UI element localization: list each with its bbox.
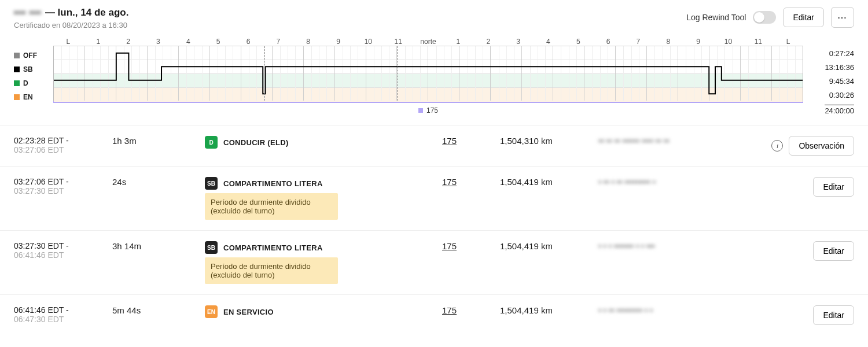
rewind-tool-label: Log Rewind Tool <box>686 13 746 22</box>
status-note: Período de durmiente dividido (excluido … <box>205 193 338 220</box>
more-icon: ⋯ <box>837 12 848 23</box>
hour-label: 1 <box>443 38 473 46</box>
chart-body: L1234567891011norte1234567891011L 175 <box>53 34 803 116</box>
location-masked: ▪ ▪ ▪▪ ▪▪▪▪▪▪▪▪▪ ▪ ▪ <box>598 305 749 315</box>
row-action-button[interactable]: Observación <box>789 136 854 156</box>
hour-label: 2 <box>113 38 144 46</box>
square-icon <box>14 94 20 100</box>
certified-text: Certificado en 08/20/2023 a 16:30 <box>14 21 128 29</box>
hour-label: norte <box>413 38 443 46</box>
time-range: 03:27:30 EDT -06:41:46 EDT <box>14 241 106 260</box>
status-note: Período de durmiente dividido (excluido … <box>205 257 338 284</box>
rewind-toggle[interactable] <box>753 11 776 24</box>
status-badge: EN <box>205 305 218 318</box>
total-d: 9:45:34 <box>829 77 854 87</box>
time-range: 02:23:28 EDT -03:27:06 EDT <box>14 136 106 154</box>
legend-d: D <box>14 78 49 88</box>
edit-button[interactable]: Editar <box>783 8 824 27</box>
status-badge: D <box>205 136 218 149</box>
hour-label: 6 <box>233 38 263 46</box>
hour-label: 9 <box>683 38 713 46</box>
status-col: SBCOMPARTIMENTO LITERAPeríodo de durmien… <box>205 177 436 220</box>
hour-label: L <box>53 38 83 46</box>
info-icon[interactable]: i <box>771 140 783 152</box>
vehicle-legend: 175 <box>53 103 803 116</box>
hour-label: 8 <box>293 38 323 46</box>
hour-label: 10 <box>353 38 383 46</box>
row-action-button[interactable]: Editar <box>813 177 854 197</box>
lane-legend: OFF SB D EN <box>14 34 49 116</box>
location-masked: ▪▪ ▪▪ ▪▪ ▪▪▪▪▪▪ ▪▪▪▪ ▪▪ ▪▪ <box>598 136 749 145</box>
status-label: COMPARTIMENTO LITERA <box>223 243 323 252</box>
page-header: ▪▪▪ ▪▪▪ — lun., 14 de ago. Certificado e… <box>0 0 868 34</box>
dash-marker <box>264 46 265 101</box>
hour-label: 2 <box>473 38 503 46</box>
vehicle-link[interactable]: 175 <box>442 241 494 251</box>
status-line <box>54 46 803 101</box>
event-row: 02:23:28 EDT -03:27:06 EDT1h 3mDCONDUCIR… <box>0 125 868 166</box>
odometer: 1,504,419 km <box>500 241 593 251</box>
hour-label: 11 <box>743 38 773 46</box>
hour-label: 6 <box>593 38 623 46</box>
duration: 1h 3m <box>112 136 199 146</box>
legend-en: EN <box>14 92 49 102</box>
square-icon <box>14 67 20 72</box>
status-label: EN SERVICIO <box>223 308 274 316</box>
row-actions: Editar <box>755 305 854 325</box>
event-row: 06:41:46 EDT -06:47:30 EDT5m 44sENEN SER… <box>0 294 868 335</box>
hour-label: 1 <box>83 38 113 46</box>
total-sb: 13:16:36 <box>825 63 854 73</box>
status-label: CONDUCIR (ELD) <box>223 138 289 147</box>
hour-label: 11 <box>383 38 413 46</box>
time-range: 06:41:46 EDT -06:47:30 EDT <box>14 305 106 324</box>
hour-label: 7 <box>263 38 293 46</box>
hour-label: 3 <box>503 38 534 46</box>
row-action-button[interactable]: Editar <box>813 241 854 261</box>
hour-label: 3 <box>144 38 174 46</box>
driver-name-masked: ▪▪▪ ▪▪▪ <box>14 7 42 19</box>
header-actions: Log Rewind Tool Editar ⋯ <box>686 7 854 28</box>
hos-chart: OFF SB D EN L1234567891011norte123456789… <box>0 34 868 118</box>
status-badge: SB <box>205 177 218 190</box>
hour-axis: L1234567891011norte1234567891011L <box>53 34 803 46</box>
row-actions: iObservación <box>755 136 854 156</box>
square-icon <box>14 53 20 58</box>
dash-marker <box>397 46 398 101</box>
odometer: 1,504,419 km <box>500 305 593 315</box>
hour-label: 4 <box>534 38 564 46</box>
hour-label: 8 <box>653 38 683 46</box>
square-icon <box>14 80 20 86</box>
status-col: ENEN SERVICIO <box>205 305 436 318</box>
total-off: 0:27:24 <box>829 49 854 60</box>
event-list: 02:23:28 EDT -03:27:06 EDT1h 3mDCONDUCIR… <box>0 125 868 335</box>
hour-label: 5 <box>563 38 593 46</box>
hour-label: 5 <box>203 38 233 46</box>
legend-sb: SB <box>14 64 49 75</box>
vehicle-link[interactable]: 175 <box>442 177 494 187</box>
hour-label: 9 <box>323 38 354 46</box>
status-col: DCONDUCIR (ELD) <box>205 136 436 149</box>
vehicle-link[interactable]: 175 <box>442 305 494 315</box>
status-label: COMPARTIMENTO LITERA <box>223 179 323 188</box>
location-masked: ▪ ▪ ▪ ▪▪▪▪▪▪▪ ▪ ▪ ▪▪▪ <box>598 241 749 250</box>
event-row: 03:27:06 EDT -03:27:30 EDT24sSBCOMPARTIM… <box>0 166 868 230</box>
row-actions: Editar <box>755 177 854 197</box>
more-menu-button[interactable]: ⋯ <box>831 7 854 28</box>
vehicle-link[interactable]: 175 <box>442 136 494 146</box>
event-row: 03:27:30 EDT -06:41:46 EDT3h 14mSBCOMPAR… <box>0 230 868 294</box>
total-sum: 24:00:00 <box>825 105 854 115</box>
total-en: 0:30:26 <box>829 91 854 101</box>
duration: 5m 44s <box>112 305 199 315</box>
lanes[interactable] <box>53 46 803 101</box>
duration: 3h 14m <box>112 241 199 251</box>
hour-label: 10 <box>713 38 744 46</box>
status-col: SBCOMPARTIMENTO LITERAPeríodo de durmien… <box>205 241 436 284</box>
odometer: 1,504,419 km <box>500 177 593 187</box>
status-badge: SB <box>205 241 218 254</box>
location-masked: ▪ ▪▪ ▪ ▪▪ ▪▪▪▪▪▪▪▪▪ ▪ <box>598 177 749 186</box>
row-action-button[interactable]: Editar <box>813 305 854 325</box>
legend-off: OFF <box>14 50 49 61</box>
square-icon <box>418 108 423 113</box>
lane-totals: 0:27:24 13:16:36 9:45:34 0:30:26 24:00:0… <box>808 34 854 116</box>
odometer: 1,504,310 km <box>500 136 593 146</box>
